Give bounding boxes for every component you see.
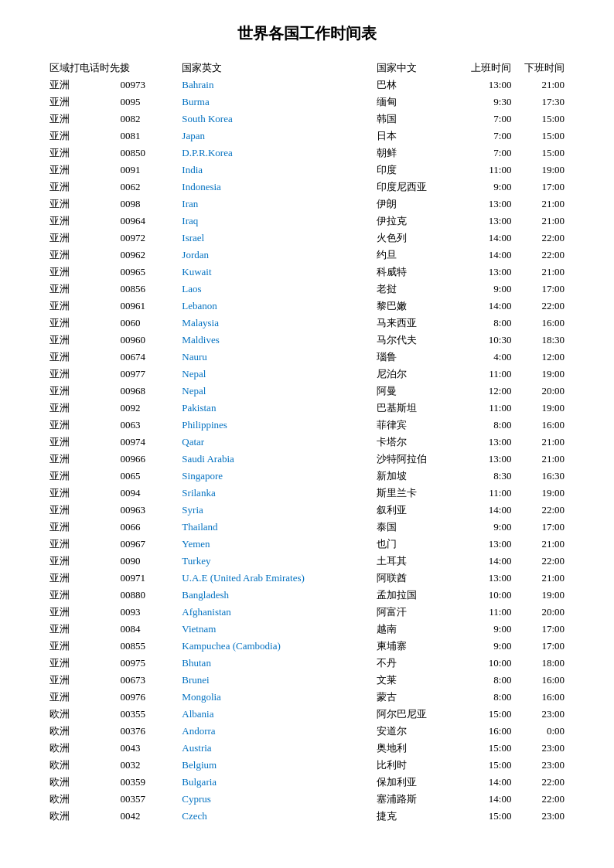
- cell-region: 亚洲: [46, 247, 117, 264]
- table-row: 亚洲0066Thailand泰国9:0017:00: [46, 519, 568, 536]
- table-row: 亚洲00977Nepal尼泊尔11:0019:00: [46, 366, 568, 383]
- table-row: 欧洲00355Albania阿尔巴尼亚15:0023:00: [46, 706, 568, 723]
- cell-region: 亚洲: [46, 485, 117, 502]
- cell-end-time: 20:00: [514, 604, 568, 621]
- cell-country-cn: 朝鲜: [374, 145, 462, 162]
- cell-end-time: 17:00: [514, 621, 568, 638]
- cell-start-time: 9:00: [462, 519, 515, 536]
- cell-end-time: 16:00: [514, 689, 568, 706]
- cell-country-en: Iraq: [179, 213, 373, 230]
- cell-region: 亚洲: [46, 298, 117, 315]
- cell-region: 亚洲: [46, 502, 117, 519]
- cell-country-en: Nauru: [179, 349, 373, 366]
- cell-code: 0091: [117, 162, 179, 179]
- table-row: 亚洲00966Saudi Arabia沙特阿拉伯13:0021:00: [46, 451, 568, 468]
- cell-code: 00973: [117, 77, 179, 94]
- cell-start-time: 11:00: [462, 485, 515, 502]
- cell-country-en: Lebanon: [179, 298, 373, 315]
- cell-region: 欧洲: [46, 808, 117, 825]
- cell-end-time: 19:00: [514, 485, 568, 502]
- cell-region: 欧洲: [46, 740, 117, 757]
- cell-country-en: Bahrain: [179, 77, 373, 94]
- cell-country-cn: 泰国: [374, 519, 462, 536]
- table-row: 亚洲0090Turkey土耳其14:0022:00: [46, 553, 568, 570]
- cell-end-time: 15:00: [514, 145, 568, 162]
- cell-region: 亚洲: [46, 570, 117, 587]
- table-row: 亚洲00962Jordan约旦14:0022:00: [46, 247, 568, 264]
- cell-region: 欧洲: [46, 774, 117, 791]
- cell-code: 00972: [117, 230, 179, 247]
- cell-region: 亚洲: [46, 213, 117, 230]
- cell-end-time: 16:00: [514, 315, 568, 332]
- cell-country-en: Mongolia: [179, 689, 373, 706]
- cell-start-time: 11:00: [462, 162, 515, 179]
- cell-country-en: Iran: [179, 196, 373, 213]
- cell-region: 欧洲: [46, 757, 117, 774]
- cell-end-time: 22:00: [514, 553, 568, 570]
- cell-start-time: 14:00: [462, 791, 515, 808]
- cell-region: 亚洲: [46, 553, 117, 570]
- cell-country-cn: 安道尔: [374, 723, 462, 740]
- work-hours-table: 区域打电话时先拨 国家英文 国家中文 上班时间 下班时间 亚洲00973Bahr…: [46, 60, 568, 825]
- cell-country-en: Bhutan: [179, 655, 373, 672]
- cell-start-time: 4:00: [462, 349, 515, 366]
- cell-start-time: 10:00: [462, 655, 515, 672]
- cell-region: 亚洲: [46, 281, 117, 298]
- cell-country-en: Vietnam: [179, 621, 373, 638]
- cell-start-time: 14:00: [462, 502, 515, 519]
- cell-country-cn: 黎巴嫩: [374, 298, 462, 315]
- cell-start-time: 14:00: [462, 298, 515, 315]
- cell-country-cn: 瑙鲁: [374, 349, 462, 366]
- cell-country-en: Israel: [179, 230, 373, 247]
- cell-region: 亚洲: [46, 587, 117, 604]
- cell-country-cn: 塞浦路斯: [374, 791, 462, 808]
- cell-end-time: 19:00: [514, 366, 568, 383]
- cell-end-time: 19:00: [514, 400, 568, 417]
- cell-start-time: 8:00: [462, 689, 515, 706]
- cell-country-cn: 保加利亚: [374, 774, 462, 791]
- cell-country-cn: 蒙古: [374, 689, 462, 706]
- cell-code: 0032: [117, 757, 179, 774]
- cell-code: 00963: [117, 502, 179, 519]
- cell-start-time: 7:00: [462, 128, 515, 145]
- cell-region: 亚洲: [46, 366, 117, 383]
- cell-code: 00850: [117, 145, 179, 162]
- cell-region: 亚洲: [46, 162, 117, 179]
- cell-end-time: 23:00: [514, 740, 568, 757]
- cell-region: 亚洲: [46, 519, 117, 536]
- cell-start-time: 8:00: [462, 672, 515, 689]
- cell-end-time: 22:00: [514, 230, 568, 247]
- cell-code: 0090: [117, 553, 179, 570]
- page-title: 世界各国工作时间表: [46, 23, 568, 44]
- cell-code: 0065: [117, 468, 179, 485]
- cell-code: 00971: [117, 570, 179, 587]
- table-row: 亚洲00964Iraq伊拉克13:0021:00: [46, 213, 568, 230]
- cell-code: 00355: [117, 706, 179, 723]
- cell-start-time: 14:00: [462, 774, 515, 791]
- cell-country-cn: 越南: [374, 621, 462, 638]
- cell-start-time: 9:00: [462, 621, 515, 638]
- cell-country-en: Syria: [179, 502, 373, 519]
- cell-region: 亚洲: [46, 145, 117, 162]
- cell-start-time: 8:30: [462, 468, 515, 485]
- cell-region: 亚洲: [46, 604, 117, 621]
- cell-region: 亚洲: [46, 77, 117, 94]
- table-row: 欧洲00357Cyprus塞浦路斯14:0022:00: [46, 791, 568, 808]
- cell-country-en: Albania: [179, 706, 373, 723]
- cell-country-cn: 日本: [374, 128, 462, 145]
- cell-region: 亚洲: [46, 264, 117, 281]
- cell-country-en: Jordan: [179, 247, 373, 264]
- cell-code: 00968: [117, 383, 179, 400]
- table-row: 亚洲00961Lebanon黎巴嫩14:0022:00: [46, 298, 568, 315]
- cell-start-time: 9:00: [462, 179, 515, 196]
- cell-code: 0093: [117, 604, 179, 621]
- cell-country-en: Bangladesh: [179, 587, 373, 604]
- cell-region: 亚洲: [46, 672, 117, 689]
- cell-country-cn: 菲律宾: [374, 417, 462, 434]
- cell-country-cn: 奥地利: [374, 740, 462, 757]
- cell-end-time: 21:00: [514, 570, 568, 587]
- cell-country-en: Srilanka: [179, 485, 373, 502]
- cell-country-cn: 科威特: [374, 264, 462, 281]
- table-row: 亚洲00850D.P.R.Korea朝鲜7:0015:00: [46, 145, 568, 162]
- cell-country-cn: 土耳其: [374, 553, 462, 570]
